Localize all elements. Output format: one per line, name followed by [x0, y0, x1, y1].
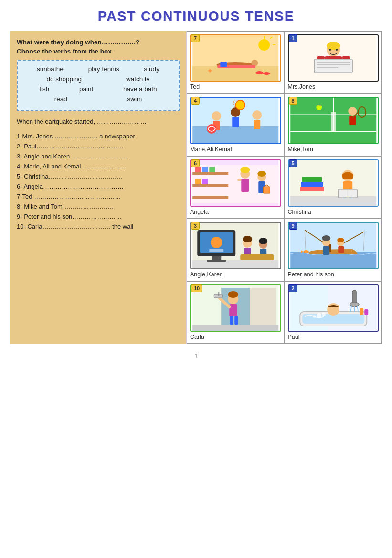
svg-rect-66 [301, 182, 323, 187]
image-area-3 [190, 222, 281, 269]
image-cell-9: 9 [285, 219, 382, 281]
image-area-4 [190, 97, 281, 144]
svg-point-129 [322, 312, 326, 316]
svg-rect-53 [195, 179, 201, 184]
illustration-tv [191, 223, 280, 268]
svg-rect-81 [209, 249, 223, 252]
cell-number-4: 4 [191, 97, 200, 105]
image-cell-6: 6 [187, 156, 285, 219]
svg-point-109 [228, 291, 238, 298]
illustration-sunbathing: ✦ [191, 35, 280, 81]
vocab-do-shopping: do shopping [43, 75, 85, 83]
page-number: 1 [194, 353, 198, 360]
image-area-8 [288, 97, 379, 144]
svg-point-10 [255, 71, 263, 74]
svg-rect-94 [323, 246, 329, 255]
svg-point-80 [211, 237, 222, 248]
svg-point-93 [322, 235, 330, 241]
exercise-5: 5- Christina……………………………… [17, 172, 180, 181]
svg-point-83 [243, 236, 252, 242]
image-cell-3: 3 [187, 219, 285, 281]
illustration-studying [289, 160, 378, 206]
svg-point-86 [259, 238, 267, 244]
svg-rect-126 [360, 308, 363, 315]
vocab-read: read [52, 95, 70, 103]
illustration-fishing [289, 223, 378, 268]
svg-point-23 [329, 49, 331, 51]
svg-point-31 [252, 110, 262, 120]
svg-rect-88 [240, 254, 274, 260]
cell-number-1: 1 [289, 34, 297, 42]
vocab-study: study [141, 65, 162, 73]
svg-point-122 [350, 302, 359, 307]
page-title: PAST CONTINUOUS TENSE [98, 9, 295, 24]
svg-rect-30 [232, 117, 239, 127]
svg-point-96 [337, 238, 344, 242]
exercise-1: 1-Mrs. Jones ………………… a newspaper [17, 132, 180, 141]
image-cell-10: 10 [187, 281, 285, 344]
illustration-bathing [289, 285, 378, 331]
illustration-painting [191, 285, 280, 331]
svg-text:✦: ✦ [207, 67, 213, 75]
cell-label-10: Carla [190, 334, 204, 340]
vocab-paint: paint [76, 85, 96, 93]
cell-label-3: Angie,Karen [190, 271, 223, 278]
illustration-shopping [191, 160, 280, 206]
svg-rect-54 [202, 179, 208, 184]
cell-label-6: Angela [190, 209, 209, 215]
svg-rect-110 [229, 304, 237, 316]
cell-label-7: Ted [190, 84, 200, 90]
image-cell-2: 2 [285, 281, 382, 344]
vocab-row-4: read swim [24, 95, 172, 103]
svg-point-7 [251, 60, 258, 66]
svg-rect-12 [220, 62, 227, 67]
vocab-sunbathe: sunbathe [34, 65, 66, 73]
svg-point-120 [327, 303, 339, 316]
left-panel: What were they doing when…………….? Choose … [10, 31, 187, 344]
exercise-3: 3- Angie and Karen ……………………… [17, 152, 180, 161]
choose-text: Choose the verbs from the box. [17, 48, 180, 55]
cell-label-9: Peter and his son [288, 271, 334, 278]
image-cell-1: 1 [285, 31, 382, 94]
image-area-5 [288, 159, 379, 207]
image-cell-7: 7 ✦ [187, 31, 285, 94]
right-panel: 7 ✦ [187, 31, 382, 344]
vocab-swim: swim [124, 95, 145, 103]
exercise-2: 2- Paul…………………………………… [17, 142, 180, 151]
svg-rect-78 [212, 256, 221, 260]
image-cell-4: 4 [187, 94, 285, 156]
svg-rect-52 [209, 167, 215, 172]
vocab-watch-tv: watch tv [123, 75, 153, 83]
cell-number-9: 9 [289, 222, 297, 230]
svg-rect-90 [290, 252, 376, 268]
image-area-7: ✦ [190, 34, 281, 82]
svg-rect-62 [263, 187, 270, 193]
cell-label-2: Paul [288, 334, 300, 340]
vocab-have-bath: have a bath [120, 85, 160, 93]
svg-rect-67 [302, 177, 322, 182]
svg-rect-48 [192, 184, 228, 187]
svg-point-102 [303, 250, 309, 253]
svg-point-11 [263, 72, 270, 75]
exercise-9: 9- Peter and his son…………………… [17, 212, 180, 221]
svg-rect-18 [342, 56, 350, 59]
image-area-1 [288, 34, 379, 82]
exercise-4: 4- Marie, Ali and Kemal ………………… [17, 162, 180, 171]
svg-point-15 [327, 42, 340, 50]
image-area-9 [288, 222, 379, 269]
cell-number-3: 3 [191, 222, 200, 230]
svg-rect-58 [237, 179, 241, 181]
svg-point-56 [240, 167, 250, 173]
illustration-volleyball [191, 98, 280, 143]
svg-point-24 [336, 49, 338, 51]
svg-rect-50 [195, 167, 201, 172]
cell-number-10: 10 [191, 284, 202, 292]
instruction-text: What were they doing when…………….? [17, 39, 180, 46]
svg-point-34 [207, 124, 216, 134]
cell-label-8: Mike,Tom [288, 146, 313, 153]
cell-number-6: 6 [191, 159, 200, 167]
vocab-row-3: fish paint have a bath [24, 85, 172, 93]
vocab-play-tennis: play tennis [85, 65, 122, 73]
svg-rect-26 [192, 126, 278, 143]
svg-rect-39 [331, 112, 336, 131]
